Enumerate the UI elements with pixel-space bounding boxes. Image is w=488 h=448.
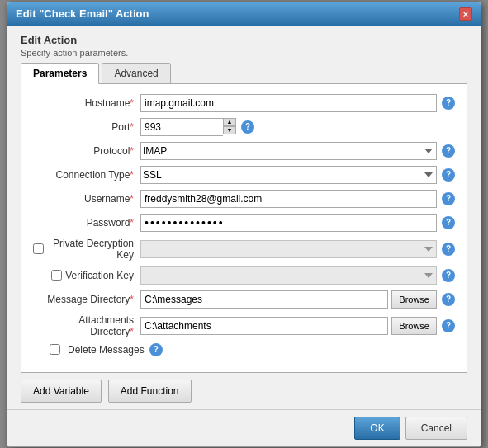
attachments-directory-browse-button[interactable]: Browse <box>391 317 437 335</box>
dialog-footer: OK Cancel <box>7 409 481 446</box>
connection-type-label: Connection Type* <box>33 169 140 181</box>
tab-advanced[interactable]: Advanced <box>102 63 170 83</box>
port-help-icon[interactable]: ? <box>241 120 254 134</box>
message-directory-browse-button[interactable]: Browse <box>391 290 437 309</box>
port-spin-up[interactable]: ▲ <box>223 118 236 126</box>
ok-button[interactable]: OK <box>354 417 400 440</box>
tab-parameters[interactable]: Parameters <box>21 63 99 84</box>
add-function-button[interactable]: Add Function <box>108 380 192 403</box>
delete-messages-help-icon[interactable]: ? <box>149 343 163 356</box>
username-label: Username* <box>33 193 140 205</box>
tabs: Parameters Advanced <box>21 63 467 84</box>
username-input[interactable] <box>140 190 437 208</box>
delete-messages-row: Delete Messages ? <box>50 343 455 356</box>
protocol-row: Protocol* IMAP POP3 ? <box>33 142 455 160</box>
protocol-label: Protocol* <box>33 145 140 157</box>
attachments-directory-input[interactable] <box>140 317 388 335</box>
connection-type-select[interactable]: SSL TLS None <box>140 166 437 184</box>
username-help-icon[interactable]: ? <box>442 192 455 205</box>
hostname-label: Hostname* <box>33 97 140 109</box>
cancel-button[interactable]: Cancel <box>405 417 467 440</box>
hostname-input[interactable] <box>140 94 437 112</box>
hostname-help-icon[interactable]: ? <box>442 97 455 110</box>
dialog-title: Edit "Check Email" Action <box>16 7 149 20</box>
private-decryption-key-label: Private Decryption Key <box>33 238 140 261</box>
connection-type-row: Connection Type* SSL TLS None ? <box>33 166 455 184</box>
add-variable-button[interactable]: Add Variable <box>21 380 102 403</box>
port-wrapper: ▲ ▼ <box>140 118 236 136</box>
message-directory-row: Message Directory* Browse ? <box>33 290 455 309</box>
bottom-section: Add Variable Add Function <box>7 373 481 409</box>
verification-key-row: Verification Key ? <box>33 266 455 285</box>
password-input[interactable] <box>140 214 437 232</box>
message-directory-input[interactable] <box>140 290 388 309</box>
header-title: Edit Action <box>21 34 467 46</box>
port-spin-down[interactable]: ▼ <box>223 126 236 134</box>
attachments-directory-help-icon[interactable]: ? <box>442 319 455 332</box>
private-decryption-key-help-icon[interactable]: ? <box>442 243 455 256</box>
delete-messages-checkbox[interactable] <box>50 344 60 355</box>
title-bar: Edit "Check Email" Action × <box>7 2 481 26</box>
password-label: Password* <box>33 217 140 229</box>
port-input[interactable] <box>140 118 223 136</box>
connection-type-help-icon[interactable]: ? <box>442 168 455 182</box>
private-decryption-key-checkbox[interactable] <box>33 243 44 254</box>
message-directory-label: Message Directory* <box>33 294 140 305</box>
header-subtitle: Specify action parameters. <box>21 48 467 58</box>
verification-key-help-icon[interactable]: ? <box>442 269 455 282</box>
port-row: Port* ▲ ▼ ? <box>33 118 455 136</box>
verification-key-checkbox[interactable] <box>51 270 62 281</box>
username-row: Username* ? <box>33 190 455 208</box>
port-spinner: ▲ ▼ <box>223 118 236 136</box>
protocol-select[interactable]: IMAP POP3 <box>140 142 437 160</box>
port-label: Port* <box>33 121 140 133</box>
hostname-row: Hostname* ? <box>33 94 455 112</box>
dialog-header: Edit Action Specify action parameters. <box>7 26 481 63</box>
dialog: Edit "Check Email" Action × Edit Action … <box>7 2 481 447</box>
protocol-help-icon[interactable]: ? <box>442 144 455 158</box>
password-help-icon[interactable]: ? <box>442 216 455 229</box>
content-area: Hostname* ? Port* ▲ ▼ ? Protocol* <box>21 84 467 373</box>
message-directory-help-icon[interactable]: ? <box>442 293 455 306</box>
private-decryption-key-select[interactable] <box>140 240 437 258</box>
verification-key-select[interactable] <box>140 266 437 285</box>
attachments-directory-label: Attachments Directory* <box>33 314 140 337</box>
password-row: Password* ? <box>33 214 455 232</box>
private-decryption-key-row: Private Decryption Key ? <box>33 238 455 261</box>
close-button[interactable]: × <box>459 7 472 21</box>
delete-messages-label: Delete Messages <box>68 344 145 356</box>
attachments-directory-row: Attachments Directory* Browse ? <box>33 314 455 337</box>
verification-key-label: Verification Key <box>33 270 140 281</box>
